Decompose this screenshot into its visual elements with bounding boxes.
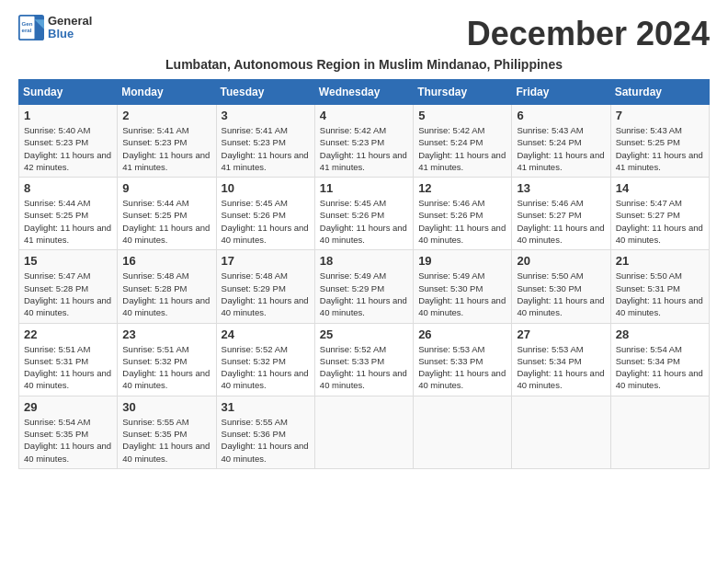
- day-info: Sunrise: 5:46 AM Sunset: 5:27 PM Dayligh…: [517, 197, 605, 246]
- day-cell: 10 Sunrise: 5:45 AM Sunset: 5:26 PM Dayl…: [216, 178, 314, 250]
- svg-text:eral: eral: [22, 28, 32, 34]
- day-info: Sunrise: 5:52 AM Sunset: 5:32 PM Dayligh…: [222, 343, 310, 392]
- day-number: 23: [122, 327, 210, 341]
- day-info: Sunrise: 5:51 AM Sunset: 5:31 PM Dayligh…: [24, 343, 112, 392]
- day-info: Sunrise: 5:55 AM Sunset: 5:36 PM Dayligh…: [222, 416, 310, 465]
- day-info: Sunrise: 5:46 AM Sunset: 5:26 PM Dayligh…: [418, 197, 506, 246]
- day-number: 24: [222, 327, 310, 341]
- day-cell: 29 Sunrise: 5:54 AM Sunset: 5:35 PM Dayl…: [19, 396, 118, 468]
- location-subtitle: Lumbatan, Autonomous Region in Muslim Mi…: [18, 57, 710, 72]
- day-cell: 16 Sunrise: 5:48 AM Sunset: 5:28 PM Dayl…: [118, 250, 216, 323]
- day-number: 31: [222, 400, 310, 414]
- day-cell: 26 Sunrise: 5:53 AM Sunset: 5:33 PM Dayl…: [414, 323, 512, 396]
- day-info: Sunrise: 5:53 AM Sunset: 5:33 PM Dayligh…: [418, 343, 506, 392]
- day-info: Sunrise: 5:42 AM Sunset: 5:24 PM Dayligh…: [418, 124, 506, 173]
- day-info: Sunrise: 5:49 AM Sunset: 5:30 PM Dayligh…: [418, 270, 506, 318]
- day-number: 27: [517, 327, 605, 341]
- day-cell: [314, 396, 413, 468]
- day-number: 29: [24, 400, 112, 414]
- day-info: Sunrise: 5:47 AM Sunset: 5:28 PM Dayligh…: [24, 270, 112, 318]
- day-cell: 31 Sunrise: 5:55 AM Sunset: 5:36 PM Dayl…: [216, 396, 314, 468]
- day-cell: 25 Sunrise: 5:52 AM Sunset: 5:33 PM Dayl…: [314, 323, 413, 396]
- day-cell: 12 Sunrise: 5:46 AM Sunset: 5:26 PM Dayl…: [414, 178, 512, 250]
- day-cell: 2 Sunrise: 5:41 AM Sunset: 5:23 PM Dayli…: [118, 105, 216, 178]
- day-cell: 11 Sunrise: 5:45 AM Sunset: 5:26 PM Dayl…: [314, 178, 413, 250]
- day-number: 30: [122, 400, 210, 414]
- day-info: Sunrise: 5:55 AM Sunset: 5:35 PM Dayligh…: [122, 416, 210, 465]
- day-info: Sunrise: 5:43 AM Sunset: 5:24 PM Dayligh…: [517, 124, 605, 173]
- day-info: Sunrise: 5:40 AM Sunset: 5:23 PM Dayligh…: [24, 124, 112, 173]
- header-thursday: Thursday: [414, 80, 512, 105]
- week-row-3: 22 Sunrise: 5:51 AM Sunset: 5:31 PM Dayl…: [19, 323, 710, 396]
- month-title: December 2024: [467, 15, 710, 53]
- day-number: 8: [24, 181, 112, 195]
- day-cell: 14 Sunrise: 5:47 AM Sunset: 5:27 PM Dayl…: [610, 178, 709, 250]
- day-cell: 8 Sunrise: 5:44 AM Sunset: 5:25 PM Dayli…: [19, 178, 118, 250]
- logo-icon: Gen eral: [18, 15, 44, 40]
- day-number: 25: [320, 327, 408, 341]
- day-number: 6: [517, 109, 605, 122]
- day-info: Sunrise: 5:53 AM Sunset: 5:34 PM Dayligh…: [517, 343, 605, 392]
- day-info: Sunrise: 5:44 AM Sunset: 5:25 PM Dayligh…: [122, 197, 210, 246]
- day-info: Sunrise: 5:41 AM Sunset: 5:23 PM Dayligh…: [222, 124, 310, 173]
- day-number: 19: [418, 254, 506, 268]
- day-cell: 20 Sunrise: 5:50 AM Sunset: 5:30 PM Dayl…: [512, 250, 610, 323]
- day-cell: 15 Sunrise: 5:47 AM Sunset: 5:28 PM Dayl…: [19, 250, 118, 323]
- header-saturday: Saturday: [610, 80, 709, 105]
- day-cell: 4 Sunrise: 5:42 AM Sunset: 5:23 PM Dayli…: [314, 105, 413, 178]
- day-cell: 7 Sunrise: 5:43 AM Sunset: 5:25 PM Dayli…: [610, 105, 709, 178]
- day-number: 1: [24, 109, 112, 122]
- day-number: 14: [616, 181, 704, 195]
- day-cell: 13 Sunrise: 5:46 AM Sunset: 5:27 PM Dayl…: [512, 178, 610, 250]
- day-cell: [512, 396, 610, 468]
- day-number: 3: [222, 109, 310, 122]
- day-cell: 9 Sunrise: 5:44 AM Sunset: 5:25 PM Dayli…: [118, 178, 216, 250]
- day-info: Sunrise: 5:54 AM Sunset: 5:34 PM Dayligh…: [616, 343, 704, 392]
- day-number: 15: [24, 254, 112, 268]
- day-cell: 27 Sunrise: 5:53 AM Sunset: 5:34 PM Dayl…: [512, 323, 610, 396]
- header-tuesday: Tuesday: [216, 80, 314, 105]
- day-cell: 17 Sunrise: 5:48 AM Sunset: 5:29 PM Dayl…: [216, 250, 314, 323]
- day-cell: 24 Sunrise: 5:52 AM Sunset: 5:32 PM Dayl…: [216, 323, 314, 396]
- day-cell: 18 Sunrise: 5:49 AM Sunset: 5:29 PM Dayl…: [314, 250, 413, 323]
- day-number: 22: [24, 327, 112, 341]
- day-number: 18: [320, 254, 408, 268]
- day-number: 4: [320, 109, 408, 122]
- logo-blue: Blue: [48, 28, 92, 40]
- day-cell: 28 Sunrise: 5:54 AM Sunset: 5:34 PM Dayl…: [610, 323, 709, 396]
- header-wednesday: Wednesday: [314, 80, 413, 105]
- logo: Gen eral General Blue: [18, 15, 92, 41]
- day-info: Sunrise: 5:48 AM Sunset: 5:29 PM Dayligh…: [222, 270, 310, 318]
- day-cell: [610, 396, 709, 468]
- day-info: Sunrise: 5:50 AM Sunset: 5:31 PM Dayligh…: [616, 270, 704, 318]
- day-number: 5: [418, 109, 506, 122]
- week-row-1: 8 Sunrise: 5:44 AM Sunset: 5:25 PM Dayli…: [19, 178, 710, 250]
- day-info: Sunrise: 5:42 AM Sunset: 5:23 PM Dayligh…: [320, 124, 408, 173]
- week-row-0: 1 Sunrise: 5:40 AM Sunset: 5:23 PM Dayli…: [19, 105, 710, 178]
- header-sunday: Sunday: [19, 80, 118, 105]
- header-monday: Monday: [118, 80, 216, 105]
- day-cell: [414, 396, 512, 468]
- day-cell: 22 Sunrise: 5:51 AM Sunset: 5:31 PM Dayl…: [19, 323, 118, 396]
- day-info: Sunrise: 5:51 AM Sunset: 5:32 PM Dayligh…: [122, 343, 210, 392]
- day-info: Sunrise: 5:52 AM Sunset: 5:33 PM Dayligh…: [320, 343, 408, 392]
- day-info: Sunrise: 5:44 AM Sunset: 5:25 PM Dayligh…: [24, 197, 112, 246]
- day-cell: 21 Sunrise: 5:50 AM Sunset: 5:31 PM Dayl…: [610, 250, 709, 323]
- day-number: 10: [222, 181, 310, 195]
- day-number: 12: [418, 181, 506, 195]
- day-number: 2: [122, 109, 210, 122]
- day-info: Sunrise: 5:49 AM Sunset: 5:29 PM Dayligh…: [320, 270, 408, 318]
- day-number: 20: [517, 254, 605, 268]
- day-info: Sunrise: 5:45 AM Sunset: 5:26 PM Dayligh…: [222, 197, 310, 246]
- day-number: 16: [122, 254, 210, 268]
- day-cell: 1 Sunrise: 5:40 AM Sunset: 5:23 PM Dayli…: [19, 105, 118, 178]
- day-info: Sunrise: 5:43 AM Sunset: 5:25 PM Dayligh…: [616, 124, 704, 173]
- day-cell: 6 Sunrise: 5:43 AM Sunset: 5:24 PM Dayli…: [512, 105, 610, 178]
- day-info: Sunrise: 5:47 AM Sunset: 5:27 PM Dayligh…: [616, 197, 704, 246]
- day-info: Sunrise: 5:50 AM Sunset: 5:30 PM Dayligh…: [517, 270, 605, 318]
- day-cell: 3 Sunrise: 5:41 AM Sunset: 5:23 PM Dayli…: [216, 105, 314, 178]
- day-cell: 19 Sunrise: 5:49 AM Sunset: 5:30 PM Dayl…: [414, 250, 512, 323]
- day-info: Sunrise: 5:48 AM Sunset: 5:28 PM Dayligh…: [122, 270, 210, 318]
- day-info: Sunrise: 5:54 AM Sunset: 5:35 PM Dayligh…: [24, 416, 112, 465]
- day-info: Sunrise: 5:45 AM Sunset: 5:26 PM Dayligh…: [320, 197, 408, 246]
